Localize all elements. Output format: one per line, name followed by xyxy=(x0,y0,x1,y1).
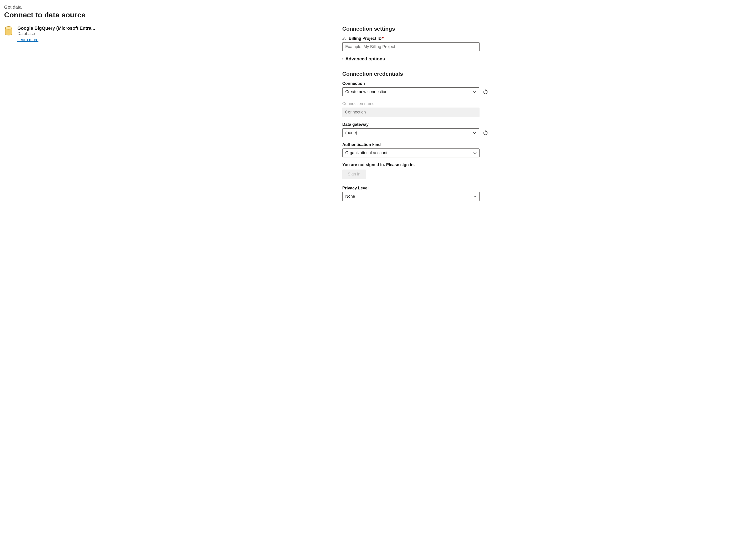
database-icon xyxy=(4,26,13,36)
source-title: Google BigQuery (Microsoft Entra... xyxy=(17,26,95,31)
chevron-down-icon xyxy=(473,151,476,155)
privacy-level-label: Privacy Level xyxy=(342,186,750,191)
chevron-down-icon xyxy=(473,195,476,198)
connection-select[interactable]: Create new connection xyxy=(342,87,479,96)
svg-point-1 xyxy=(5,27,12,29)
connection-settings-heading: Connection settings xyxy=(342,26,750,32)
refresh-gateway-button[interactable] xyxy=(482,130,489,136)
learn-more-link[interactable]: Learn more xyxy=(17,37,38,42)
required-indicator: * xyxy=(382,36,384,41)
signin-button[interactable]: Sign in xyxy=(342,170,366,179)
data-source-card: Google BigQuery (Microsoft Entra... Data… xyxy=(4,26,329,42)
billing-project-input[interactable] xyxy=(342,42,479,51)
breadcrumb: Get data xyxy=(4,5,752,10)
billing-project-label: A B C Billing Project ID* xyxy=(342,36,750,41)
privacy-level-select[interactable]: None xyxy=(342,192,479,201)
refresh-connection-button[interactable] xyxy=(482,89,489,95)
text-type-icon: A B C xyxy=(342,37,347,41)
source-category: Database xyxy=(17,31,95,36)
chevron-down-icon xyxy=(473,90,476,94)
advanced-options-toggle[interactable]: › Advanced options xyxy=(342,56,750,61)
connection-name-label: Connection name xyxy=(342,101,750,106)
connection-credentials-heading: Connection credentials xyxy=(342,71,750,77)
data-gateway-label: Data gateway xyxy=(342,122,750,127)
connection-label: Connection xyxy=(342,81,750,86)
page-title: Connect to data source xyxy=(4,11,752,19)
chevron-right-icon: › xyxy=(342,57,343,61)
auth-kind-select[interactable]: Organizational account xyxy=(342,149,479,157)
signin-status-message: You are not signed in. Please sign in. xyxy=(342,162,750,167)
data-gateway-select[interactable]: (none) xyxy=(342,128,479,137)
auth-kind-label: Authentication kind xyxy=(342,142,750,147)
connection-name-input xyxy=(342,107,479,117)
chevron-down-icon xyxy=(473,131,476,135)
svg-text:C: C xyxy=(345,38,347,41)
